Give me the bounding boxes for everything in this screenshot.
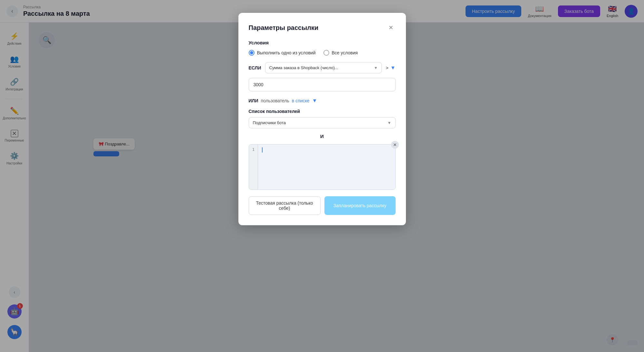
user-list-value: Подписчики бота <box>253 120 286 125</box>
test-send-button[interactable]: Тестовая рассылка (только себе) <box>249 196 321 215</box>
condition-select-value: Сумма заказа в Shopback (число)... <box>269 65 338 70</box>
code-cursor <box>262 147 263 153</box>
or-chevron-icon[interactable]: ▼ <box>312 98 317 104</box>
radio-all-conditions[interactable]: Все условия <box>323 50 358 56</box>
or-label: ИЛИ <box>249 98 258 103</box>
conditions-radio-group: Выполнить одно из условий Все условия <box>249 50 396 56</box>
radio-one-condition[interactable]: Выполнить одно из условий <box>249 50 316 56</box>
schedule-send-button[interactable]: Запланировать рассылку <box>324 196 396 215</box>
radio-all-indicator <box>323 50 329 56</box>
user-list-select[interactable]: Подписчики бота ▼ <box>249 117 396 128</box>
line-numbers: 1 <box>249 144 258 190</box>
dialog-footer: Тестовая рассылка (только себе) Запланир… <box>249 196 396 215</box>
dialog-parameters: Параметры рассылки ✕ Условия Выполнить о… <box>238 13 406 225</box>
condition-value-input[interactable] <box>249 78 396 91</box>
and-separator: И <box>249 134 396 139</box>
code-content: 1 <box>249 144 395 190</box>
radio-one-indicator <box>249 50 255 56</box>
or-text: пользователь <box>261 98 289 103</box>
code-editor-wrap: ✕ 1 <box>249 144 396 190</box>
operator-selector[interactable]: > ▼ <box>386 65 395 71</box>
operator-chevron-icon: ▼ <box>390 65 396 71</box>
or-link[interactable]: в списке <box>292 98 310 103</box>
dialog-title: Параметры рассылки <box>249 24 319 32</box>
user-list-label: Список пользователей <box>249 109 396 114</box>
condition-chevron-icon: ▼ <box>374 66 378 70</box>
code-editor[interactable]: 1 <box>249 144 396 190</box>
or-condition-row: ИЛИ пользователь в списке ▼ <box>249 98 396 104</box>
operator-value: > <box>386 65 388 70</box>
if-label: ЕСЛИ <box>249 65 261 70</box>
if-condition-row: ЕСЛИ Сумма заказа в Shopback (число)... … <box>249 62 396 73</box>
code-close-button[interactable]: ✕ <box>391 141 399 149</box>
user-list-chevron-icon: ▼ <box>388 121 391 125</box>
dialog-close-button[interactable]: ✕ <box>387 23 396 32</box>
conditions-section-label: Условия <box>249 40 396 45</box>
radio-all-label: Все условия <box>332 50 358 55</box>
line-number-1: 1 <box>252 147 255 152</box>
code-text-area[interactable] <box>258 144 395 190</box>
radio-one-label: Выполнить одно из условий <box>257 50 316 55</box>
condition-select[interactable]: Сумма заказа в Shopback (число)... ▼ <box>265 62 382 73</box>
dialog-header: Параметры рассылки ✕ <box>249 23 396 32</box>
